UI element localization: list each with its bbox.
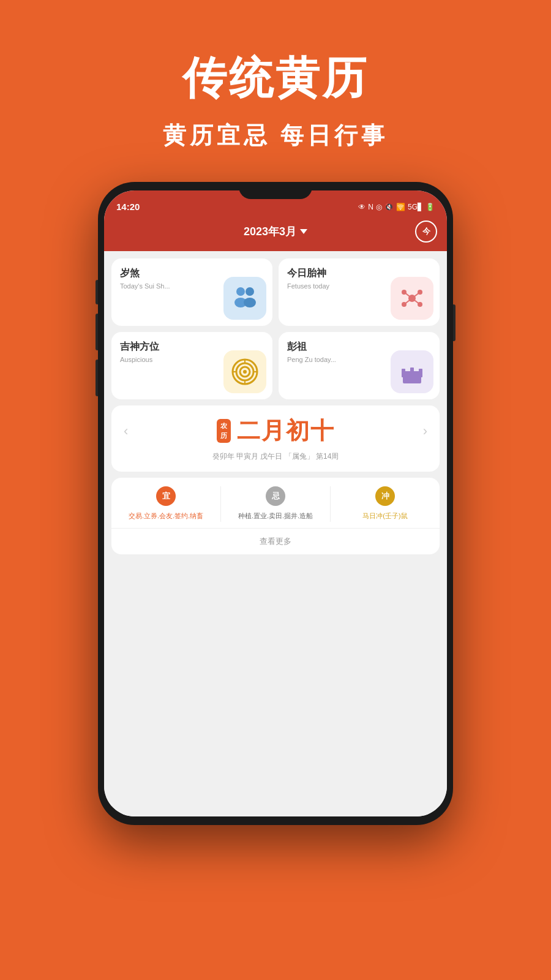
suisha-card[interactable]: 岁煞 Today's Sui Sh... bbox=[111, 258, 272, 326]
svg-point-16 bbox=[243, 370, 247, 374]
phone-frame: 14:20 👁 N ◎ 🔇 🛜 5G▋ 🔋 2023年3月 bbox=[98, 182, 453, 825]
hero-subtitle: 黄历宜忌 每日行事 bbox=[163, 120, 389, 151]
ji-col: 忌 种植.置业.卖田.掘井.造船 bbox=[221, 486, 331, 522]
ji-badge: 忌 bbox=[266, 486, 285, 506]
mute-icon: 🔇 bbox=[384, 203, 394, 211]
yi-ji-card: 宜 交易.立券.会友.签约.纳畜 忌 种植.置业.卖田.掘井.造船 冲 马日冲(… bbox=[111, 478, 440, 554]
jishen-card[interactable]: 吉神方位 Auspicious bbox=[111, 332, 272, 399]
nongli-badge: 农 历 bbox=[217, 419, 231, 443]
taijin-card[interactable]: 今日胎神 Fetuses today bbox=[279, 258, 440, 326]
eye-icon: 👁 bbox=[358, 203, 365, 211]
phone-notch bbox=[239, 182, 312, 199]
view-more-button[interactable]: 查看更多 bbox=[111, 528, 440, 547]
alarm-icon: ◎ bbox=[376, 203, 382, 211]
phone-mockup: 14:20 👁 N ◎ 🔇 🛜 5G▋ 🔋 2023年3月 bbox=[98, 182, 453, 825]
calendar-header[interactable]: 2023年3月 今 bbox=[104, 214, 447, 251]
nfc-icon: N bbox=[368, 203, 373, 211]
pengzu-icon bbox=[391, 350, 433, 393]
yi-col: 宜 交易.立券.会友.签约.纳畜 bbox=[111, 486, 221, 522]
lunar-card: ‹ 农 历 二月初十 › 癸卯年 甲寅月 戊午日 「属兔」 第14周 bbox=[111, 405, 440, 472]
dropdown-arrow-icon bbox=[300, 229, 307, 234]
svg-rect-24 bbox=[419, 369, 422, 377]
lunar-main: 农 历 二月初十 bbox=[217, 415, 335, 447]
calendar-month[interactable]: 2023年3月 bbox=[244, 224, 307, 239]
status-time: 14:20 bbox=[116, 202, 140, 212]
chong-col: 冲 马日冲(壬子)鼠 bbox=[331, 486, 440, 522]
battery-icon: 🔋 bbox=[425, 203, 435, 211]
prev-arrow-icon[interactable]: ‹ bbox=[124, 423, 128, 439]
signal-icon: 5G▋ bbox=[408, 203, 423, 211]
cards-grid: 岁煞 Today's Sui Sh... bbox=[111, 258, 440, 399]
svg-point-2 bbox=[246, 287, 254, 296]
svg-point-0 bbox=[236, 287, 245, 296]
svg-point-3 bbox=[244, 298, 256, 307]
svg-rect-22 bbox=[402, 369, 405, 377]
ji-text: 种植.置业.卖田.掘井.造船 bbox=[238, 511, 313, 522]
hero-title: 传统黄历 bbox=[182, 49, 369, 108]
jishen-icon bbox=[223, 350, 266, 393]
status-icons: 👁 N ◎ 🔇 🛜 5G▋ 🔋 bbox=[358, 203, 435, 211]
lunar-date-text: 二月初十 bbox=[237, 415, 335, 447]
chong-badge: 冲 bbox=[375, 486, 395, 506]
wifi-icon: 🛜 bbox=[396, 203, 405, 211]
pengzu-card[interactable]: 彭祖 Peng Zu today... bbox=[279, 332, 440, 399]
svg-rect-25 bbox=[405, 371, 419, 377]
yi-ji-row: 宜 交易.立券.会友.签约.纳畜 忌 种植.置业.卖田.掘井.造船 冲 马日冲(… bbox=[111, 486, 440, 522]
screen-content: 岁煞 Today's Sui Sh... bbox=[104, 251, 447, 816]
lunar-info: 癸卯年 甲寅月 戊午日 「属兔」 第14周 bbox=[212, 451, 339, 462]
today-button[interactable]: 今 bbox=[415, 221, 437, 243]
suisha-icon bbox=[223, 277, 266, 320]
lunar-nav: ‹ 农 历 二月初十 › bbox=[124, 415, 427, 447]
yi-badge: 宜 bbox=[156, 486, 176, 506]
yi-text: 交易.立券.会友.签约.纳畜 bbox=[129, 511, 203, 522]
next-arrow-icon[interactable]: › bbox=[423, 423, 427, 439]
phone-screen: 14:20 👁 N ◎ 🔇 🛜 5G▋ 🔋 2023年3月 bbox=[104, 190, 447, 816]
taijin-icon bbox=[391, 277, 433, 320]
chong-text: 马日冲(壬子)鼠 bbox=[362, 511, 407, 522]
